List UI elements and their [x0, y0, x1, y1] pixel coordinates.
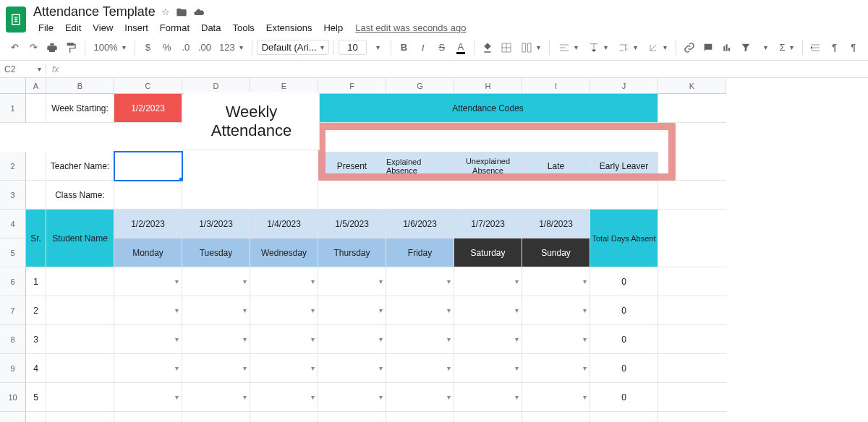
day-cell[interactable]: Sunday — [522, 238, 590, 267]
dropdown-arrow-icon[interactable]: ▾ — [583, 393, 587, 401]
dropdown-arrow-icon[interactable]: ▾ — [311, 364, 315, 372]
row-header[interactable]: 6 — [0, 267, 26, 296]
attendance-cell[interactable]: ▾ — [454, 325, 522, 354]
sr-cell[interactable]: 3 — [26, 325, 46, 354]
strike-icon[interactable]: S — [433, 38, 451, 57]
sr-header[interactable]: Sr. — [26, 210, 46, 267]
attendance-cell[interactable]: ▾ — [386, 325, 454, 354]
attendance-cell[interactable]: ▾ — [318, 354, 386, 383]
menu-view[interactable]: View — [88, 21, 118, 35]
date-cell[interactable]: 1/7/2023 — [454, 210, 522, 238]
dropdown-arrow-icon[interactable]: ▾ — [515, 393, 519, 401]
attendance-cell[interactable]: ▾ — [522, 354, 590, 383]
row-header[interactable]: 4 — [0, 210, 26, 238]
attendance-cell[interactable]: ▾ — [250, 412, 318, 422]
filter-icon[interactable] — [737, 38, 754, 57]
italic-icon[interactable]: I — [414, 38, 432, 57]
dropdown-arrow-icon[interactable]: ▾ — [175, 306, 179, 314]
cell[interactable] — [658, 354, 726, 383]
rtl-icon[interactable]: ¶ — [826, 38, 843, 57]
sr-cell[interactable]: 2 — [26, 296, 46, 325]
menu-format[interactable]: Format — [155, 21, 195, 35]
col-header[interactable]: G — [386, 78, 454, 94]
rotate-dropdown[interactable]: ▾ — [643, 38, 671, 57]
dropdown-arrow-icon[interactable]: ▾ — [243, 277, 247, 285]
attendance-cell[interactable]: ▾ — [522, 383, 590, 412]
date-cell[interactable]: 1/6/2023 — [386, 210, 454, 238]
cell[interactable] — [658, 325, 726, 354]
student-cell[interactable] — [46, 383, 114, 412]
dropdown-arrow-icon[interactable]: ▾ — [175, 277, 179, 285]
cell-label[interactable]: Week Starting: — [46, 94, 114, 123]
dropdown-arrow-icon[interactable]: ▾ — [583, 364, 587, 372]
move-icon[interactable] — [176, 7, 187, 18]
student-cell[interactable] — [46, 267, 114, 296]
dropdown-arrow-icon[interactable]: ▾ — [311, 393, 315, 401]
dropdown-arrow-icon[interactable]: ▾ — [515, 306, 519, 314]
attendance-cell[interactable]: ▾ — [318, 296, 386, 325]
cell-label[interactable]: Teacher Name: — [46, 152, 114, 181]
star-icon[interactable]: ☆ — [161, 7, 170, 17]
functions-dropdown[interactable]: Σ▾ — [775, 38, 798, 57]
row-header[interactable]: 1 — [0, 94, 26, 123]
code-cell[interactable]: Early Leaver — [590, 152, 658, 181]
menu-data[interactable]: Data — [196, 21, 226, 35]
font-dropdown[interactable]: Default (Ari...▾ — [257, 40, 329, 55]
merge-dropdown[interactable]: ▾ — [516, 38, 545, 57]
cell[interactable] — [26, 152, 46, 181]
student-cell[interactable] — [46, 354, 114, 383]
attendance-cell[interactable]: ▾ — [522, 267, 590, 296]
dropdown-arrow-icon[interactable]: ▾ — [379, 364, 383, 372]
attendance-cell[interactable]: ▾ — [114, 412, 182, 422]
dec-decrease-icon[interactable]: .0 — [177, 38, 195, 57]
attendance-cell[interactable]: ▾ — [182, 296, 250, 325]
day-cell[interactable]: Tuesday — [182, 238, 250, 267]
code-cell[interactable]: Present — [318, 152, 386, 181]
font-size-dropdown-icon[interactable]: ▾ — [368, 38, 386, 57]
bold-icon[interactable]: B — [395, 38, 412, 57]
sr-cell[interactable]: 6 — [26, 412, 46, 422]
attendance-cell[interactable]: ▾ — [386, 296, 454, 325]
attendance-cell[interactable]: ▾ — [114, 267, 182, 296]
day-cell[interactable]: Friday — [386, 238, 454, 267]
sr-cell[interactable]: 5 — [26, 383, 46, 412]
comment-icon[interactable] — [699, 38, 717, 57]
attendance-cell[interactable]: ▾ — [386, 267, 454, 296]
cell[interactable] — [658, 412, 726, 422]
day-cell[interactable]: Saturday — [454, 238, 522, 267]
row-header[interactable]: 8 — [0, 325, 26, 354]
attendance-cell[interactable]: ▾ — [114, 354, 182, 383]
attendance-cell[interactable]: ▾ — [182, 267, 250, 296]
date-cell[interactable]: 1/3/2023 — [182, 210, 250, 238]
attendance-cell[interactable]: ▾ — [182, 325, 250, 354]
attendance-cell[interactable]: ▾ — [114, 383, 182, 412]
dropdown-arrow-icon[interactable]: ▾ — [243, 335, 247, 343]
cell-title[interactable]: Weekly Attendance — [182, 94, 318, 152]
dropdown-arrow-icon[interactable]: ▾ — [243, 306, 247, 314]
total-cell[interactable]: 0 — [590, 383, 658, 412]
row-header[interactable]: 7 — [0, 296, 26, 325]
menu-file[interactable]: File — [33, 21, 59, 35]
attendance-cell[interactable]: ▾ — [318, 267, 386, 296]
date-cell[interactable]: 1/4/2023 — [250, 210, 318, 238]
cell-week-start[interactable]: 1/2/2023 — [114, 94, 182, 123]
dropdown-arrow-icon[interactable]: ▾ — [447, 393, 451, 401]
dropdown-arrow-icon[interactable]: ▾ — [583, 335, 587, 343]
cell[interactable] — [658, 210, 726, 267]
name-box[interactable]: C2▾ — [0, 64, 46, 74]
dropdown-arrow-icon[interactable]: ▾ — [515, 277, 519, 285]
day-cell[interactable]: Monday — [114, 238, 182, 267]
print-icon[interactable] — [43, 38, 61, 57]
date-cell[interactable]: 1/2/2023 — [114, 210, 182, 238]
sheets-logo-icon[interactable] — [6, 7, 26, 33]
col-header[interactable]: H — [454, 78, 522, 94]
total-cell[interactable]: 0 — [590, 296, 658, 325]
dropdown-arrow-icon[interactable]: ▾ — [311, 335, 315, 343]
wrap-dropdown[interactable]: ▾ — [613, 38, 642, 57]
attendance-cell[interactable]: ▾ — [114, 296, 182, 325]
menu-tools[interactable]: Tools — [227, 21, 259, 35]
dropdown-arrow-icon[interactable]: ▾ — [175, 364, 179, 372]
fill-color-icon[interactable] — [479, 38, 496, 57]
valign-dropdown[interactable]: ▾ — [584, 38, 612, 57]
cell[interactable] — [658, 383, 726, 412]
